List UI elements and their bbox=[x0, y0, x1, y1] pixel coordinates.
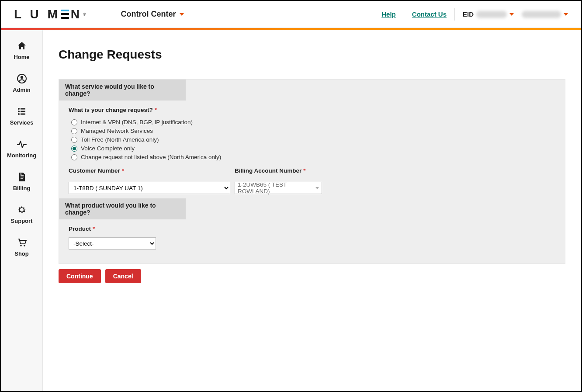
sidebar-item-label: Admin bbox=[13, 87, 30, 93]
home-icon bbox=[17, 41, 27, 51]
cancel-button[interactable]: Cancel bbox=[105, 269, 141, 283]
svg-point-6 bbox=[18, 113, 20, 115]
svg-rect-5 bbox=[21, 111, 25, 112]
eid-dropdown[interactable]: EID bbox=[463, 10, 514, 18]
sidebar-item-label: Services bbox=[10, 119, 34, 126]
billing-account-label: Billing Account Number* bbox=[235, 167, 322, 174]
sidebar-item-support[interactable]: Support bbox=[1, 205, 42, 224]
radio-option[interactable]: Managed Network Services bbox=[71, 127, 555, 135]
radio-label: Internet & VPN (DNS, BGP, IP justificati… bbox=[81, 118, 193, 126]
radio-label: Voice Complete only bbox=[81, 145, 135, 153]
radio-label: Managed Network Services bbox=[81, 127, 153, 135]
gear-icon bbox=[17, 205, 27, 215]
account-value-redacted bbox=[522, 11, 561, 18]
header-bar: L U M N® Control Center Help Contact Us … bbox=[1, 1, 581, 28]
radio-label: Toll Free (North America only) bbox=[81, 136, 159, 144]
svg-point-1 bbox=[20, 76, 23, 79]
billing-account-select[interactable]: 1-2UWB65 ( TEST ROWLAND) bbox=[235, 182, 322, 194]
help-link[interactable]: Help bbox=[381, 10, 396, 18]
page-title: Change Requests bbox=[59, 48, 565, 62]
sidebar-item-home[interactable]: Home bbox=[1, 41, 42, 60]
radio-icon bbox=[71, 119, 77, 125]
content-area: Change Requests What service would you l… bbox=[43, 30, 581, 391]
section-header-service: What service would you like to change? bbox=[59, 80, 186, 101]
user-icon bbox=[17, 73, 27, 84]
sidebar-item-label: Monitoring bbox=[7, 152, 36, 159]
product-label: Product* bbox=[69, 225, 555, 232]
change-request-radio-group: Internet & VPN (DNS, BGP, IP justificati… bbox=[71, 118, 555, 161]
radio-option[interactable]: Internet & VPN (DNS, BGP, IP justificati… bbox=[71, 118, 555, 126]
sidebar-item-shop[interactable]: Shop bbox=[1, 237, 42, 257]
change-request-label: What is your change request?* bbox=[69, 107, 555, 113]
divider bbox=[404, 8, 404, 21]
chevron-down-icon bbox=[509, 13, 514, 16]
radio-option[interactable]: Toll Free (North America only) bbox=[71, 136, 555, 144]
eid-label: EID bbox=[463, 10, 474, 18]
radio-option[interactable]: Change request not listed above (North A… bbox=[71, 153, 555, 161]
account-dropdown[interactable] bbox=[522, 11, 568, 18]
radio-icon bbox=[71, 154, 77, 160]
sidebar-item-label: Support bbox=[11, 218, 33, 224]
radio-option[interactable]: Voice Complete only bbox=[71, 145, 555, 153]
sidebar-item-label: Shop bbox=[14, 250, 29, 257]
svg-point-9 bbox=[21, 209, 23, 211]
product-select[interactable]: -Select- bbox=[69, 237, 156, 250]
chevron-down-icon bbox=[180, 13, 184, 16]
svg-rect-3 bbox=[21, 108, 25, 110]
control-center-label: Control Center bbox=[121, 10, 176, 19]
sidebar-item-label: Billing bbox=[13, 185, 31, 191]
logo: L U M N® bbox=[14, 7, 86, 21]
radio-icon bbox=[71, 146, 77, 152]
sidebar-item-billing[interactable]: $ Billing bbox=[1, 172, 42, 191]
logo-e-icon bbox=[61, 10, 69, 19]
sidebar-item-admin[interactable]: Admin bbox=[1, 73, 42, 93]
cart-icon bbox=[17, 237, 27, 248]
list-icon bbox=[17, 106, 27, 117]
divider bbox=[454, 8, 455, 21]
header-right: Help Contact Us EID bbox=[381, 8, 568, 21]
form-panel: What service would you like to change? W… bbox=[59, 79, 565, 264]
control-center-dropdown[interactable]: Control Center bbox=[121, 10, 184, 19]
invoice-icon: $ bbox=[17, 172, 27, 182]
sidebar-item-monitoring[interactable]: Monitoring bbox=[1, 139, 42, 159]
billing-account-value: 1-2UWB65 ( TEST ROWLAND) bbox=[238, 181, 315, 194]
activity-icon bbox=[17, 139, 27, 149]
radio-label: Change request not listed above (North A… bbox=[81, 153, 221, 161]
svg-point-10 bbox=[20, 245, 22, 246]
sidebar-item-label: Home bbox=[14, 54, 29, 60]
customer-number-label: Customer Number* bbox=[69, 167, 230, 174]
contact-us-link[interactable]: Contact Us bbox=[412, 10, 447, 18]
continue-button[interactable]: Continue bbox=[59, 269, 101, 283]
section-header-product: What product would you like to change? bbox=[59, 198, 186, 219]
chevron-down-icon bbox=[315, 187, 319, 189]
radio-icon bbox=[71, 137, 77, 143]
eid-value-redacted bbox=[476, 11, 507, 18]
radio-icon bbox=[71, 128, 77, 134]
svg-point-11 bbox=[24, 245, 25, 246]
svg-point-4 bbox=[18, 111, 20, 112]
sidebar-item-services[interactable]: Services bbox=[1, 106, 42, 126]
customer-number-select[interactable]: 1-T8BD ( SUNDAY UAT 1) bbox=[69, 182, 230, 194]
svg-rect-7 bbox=[21, 114, 25, 115]
sidebar: Home Admin Services Monitoring $ Billing… bbox=[1, 30, 43, 391]
chevron-down-icon bbox=[564, 13, 568, 16]
svg-point-2 bbox=[18, 108, 20, 110]
